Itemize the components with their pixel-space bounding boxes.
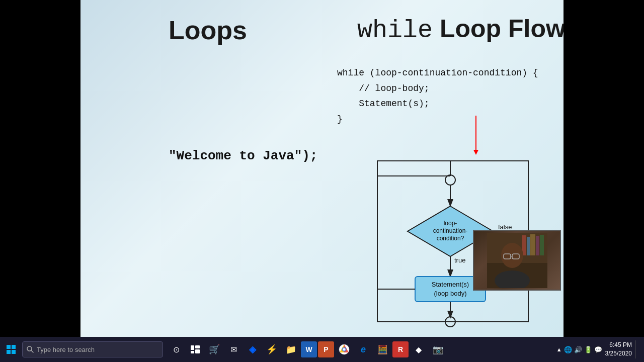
svg-text:condition?: condition? <box>437 235 464 242</box>
app1-button[interactable]: ◆ <box>410 340 428 358</box>
store-button[interactable]: 🛒 <box>205 340 223 358</box>
code-block: while (loop-continuation-condition) { //… <box>337 65 538 127</box>
webcam-feed <box>474 231 560 290</box>
code-line-1: while (loop-continuation-condition) { <box>337 65 538 81</box>
taskbar-app-icons: ⊙ 🛒 ✉ ◈ ⚡ 📁 W P <box>167 340 447 358</box>
task-view-button[interactable] <box>186 340 204 358</box>
code-line-4: } <box>337 112 538 127</box>
battery-icon: 🔋 <box>584 346 592 353</box>
date-display: 3/25/2020 <box>605 349 632 358</box>
time-display: 6:45 PM <box>605 341 632 349</box>
svg-rect-34 <box>7 350 11 354</box>
start-button[interactable] <box>2 340 20 358</box>
chrome-button[interactable] <box>335 340 353 358</box>
right-black-bar <box>564 0 644 337</box>
webcam <box>473 230 561 291</box>
red-arrow <box>475 116 476 151</box>
svg-rect-40 <box>195 349 200 353</box>
svg-rect-25 <box>536 236 539 255</box>
network-icon: 🌐 <box>564 346 572 353</box>
calculator-button[interactable]: 🧮 <box>373 340 391 358</box>
title-bold: Loop Flow <box>433 15 564 43</box>
search-placeholder: Type here to search <box>37 346 95 353</box>
word-button[interactable]: W <box>301 341 317 357</box>
left-black-bar <box>0 0 80 337</box>
cortana-button[interactable]: ⊙ <box>167 340 185 358</box>
svg-rect-39 <box>195 345 200 348</box>
svg-rect-41 <box>191 351 194 353</box>
svg-line-37 <box>31 350 33 352</box>
notification-icon[interactable]: 💬 <box>594 346 602 353</box>
slide-title-right: while Loop Flow <box>357 14 564 45</box>
code-line-3: Statement(s); <box>337 96 538 112</box>
volume-icon[interactable]: 🔊 <box>574 346 582 353</box>
mail-button[interactable]: ✉ <box>224 340 243 358</box>
svg-rect-32 <box>7 345 11 349</box>
system-tray: ▲ 🌐 🔊 🔋 💬 6:45 PM 3/25/2020 <box>556 340 642 358</box>
svg-text:false: false <box>498 223 512 231</box>
svg-text:Statement(s): Statement(s) <box>432 281 469 288</box>
tray-chevron[interactable]: ▲ <box>556 346 562 352</box>
svg-rect-26 <box>540 235 544 255</box>
camera-button[interactable]: 📷 <box>429 340 447 358</box>
svg-rect-35 <box>12 350 16 354</box>
powerpoint-button[interactable]: P <box>318 341 334 357</box>
edge-button[interactable]: e <box>354 340 372 358</box>
show-desktop-button[interactable] <box>635 340 638 358</box>
svg-point-45 <box>343 348 346 351</box>
sys-tray-icons: ▲ 🌐 🔊 🔋 💬 <box>556 346 602 353</box>
svg-rect-23 <box>527 237 530 255</box>
code-line-2: // loop-body; <box>337 81 538 97</box>
svg-rect-33 <box>12 345 16 349</box>
ruby-button[interactable]: R <box>392 341 409 357</box>
surge-button[interactable]: ⚡ <box>263 340 281 358</box>
svg-rect-24 <box>530 234 535 255</box>
svg-text:loop-: loop- <box>444 220 457 227</box>
taskbar-search[interactable]: Type here to search <box>22 341 163 357</box>
taskbar: Type here to search ⊙ 🛒 ✉ ◈ ⚡ 📁 W P <box>0 337 644 362</box>
svg-text:(loop body): (loop body) <box>434 290 466 297</box>
search-icon <box>27 346 34 353</box>
welcome-line: "Welcome to Java"); <box>169 148 317 163</box>
dropbox-button[interactable]: ◈ <box>244 340 262 358</box>
svg-rect-38 <box>191 345 194 350</box>
svg-text:continuation-: continuation- <box>433 227 468 234</box>
slide-title-left: Loops <box>169 15 247 45</box>
files-button[interactable]: 📁 <box>282 340 300 358</box>
clock[interactable]: 6:45 PM 3/25/2020 <box>605 341 632 358</box>
title-mono: while <box>357 16 433 45</box>
svg-text:true: true <box>454 256 465 264</box>
